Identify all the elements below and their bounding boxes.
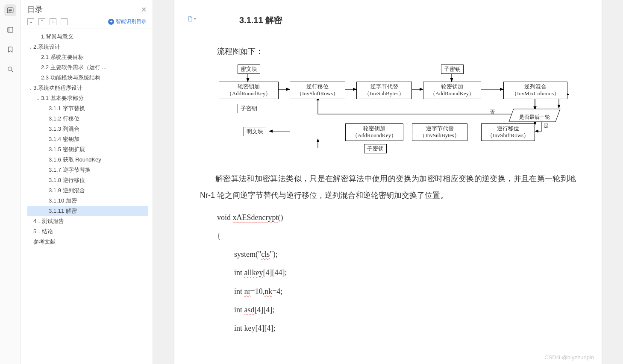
bookmark-icon[interactable] bbox=[4, 44, 16, 56]
chevron-icon: ⌄ bbox=[27, 86, 33, 91]
document-body: 流程图如下： bbox=[200, 43, 576, 338]
fc-subkey-left: 子密钥 bbox=[238, 104, 260, 114]
fc-no-label: 否 bbox=[490, 106, 495, 117]
toc-item[interactable]: 2.2 主要软件需求（运行 ... bbox=[27, 62, 148, 73]
toc-item[interactable]: 3.1.9 逆列混合 bbox=[27, 185, 148, 196]
fc-invsubbytes-1: 逆字节代替 （InvSubBytes） bbox=[356, 82, 412, 100]
smart-toc-icon: ✦ bbox=[108, 19, 114, 25]
toc-item[interactable]: 3.1.6 获取 RoundKey bbox=[27, 155, 148, 165]
collapse-all-button[interactable]: ⌃ bbox=[38, 18, 45, 25]
expand-all-button[interactable]: ⌄ bbox=[27, 18, 34, 25]
code-block: void xAESdencrypt(){system("cls");int al… bbox=[200, 208, 576, 338]
smart-toc-button[interactable]: ✦ 智能识别目录 bbox=[108, 18, 147, 25]
svg-line-7 bbox=[12, 70, 13, 72]
toc-panel: 目录 ✕ ⌄ ⌃ + − ✦ 智能识别目录 1.背景与意义⌄2.系统设计2.1 … bbox=[21, 0, 153, 364]
toc-item-label: 参考文献 bbox=[33, 238, 56, 246]
document-area[interactable]: ▾ 3.1.11 解密 流程图如下： bbox=[153, 0, 623, 364]
code-line: int asd[4][4]; bbox=[234, 301, 576, 319]
toc-item-label: 2.2 主要软件需求（运行 ... bbox=[41, 64, 106, 71]
toc-item[interactable]: ⌄3.系统功能程序设计 bbox=[27, 83, 148, 93]
toc-item-label: 3.1.2 行移位 bbox=[49, 115, 79, 123]
toc-item[interactable]: 3.1.1 字节替换 bbox=[27, 103, 148, 114]
svg-point-6 bbox=[8, 67, 12, 71]
toc-item-label: 3.1.9 逆列混合 bbox=[49, 187, 85, 194]
toc-item-label: 3.1.8 逆行移位 bbox=[49, 176, 85, 184]
fc-addroundkey-3: 轮密钥加 （AddRoundKey） bbox=[345, 123, 403, 141]
toc-item-label: 2.3 功能模块与系统结构 bbox=[41, 74, 100, 82]
toc-item[interactable]: 3.1.7 逆字节替换 bbox=[27, 165, 148, 175]
fc-addroundkey-2: 轮密钥加 （AddRoundKey） bbox=[423, 82, 481, 100]
code-line: int allkey[4][44]; bbox=[234, 264, 576, 282]
svg-rect-4 bbox=[8, 27, 13, 32]
fc-plain-block: 明文块 bbox=[244, 127, 266, 137]
page-mode-icon[interactable]: ▾ bbox=[187, 15, 196, 22]
code-line: void xAESdencrypt() bbox=[217, 208, 576, 227]
fc-invmixcolumns: 逆列混合 （InvMixColumns） bbox=[503, 82, 567, 100]
toc-item[interactable]: ⌄3.1 基本要求部分 bbox=[27, 93, 148, 103]
chevron-icon: ⌄ bbox=[35, 96, 41, 101]
level-down-button[interactable]: − bbox=[61, 18, 68, 25]
toc-item[interactable]: 参考文献 bbox=[27, 237, 148, 247]
toc-item[interactable]: 3.1.10 加密 bbox=[27, 196, 148, 206]
toc-item[interactable]: 3.1.8 逆行移位 bbox=[27, 175, 148, 185]
fc-addroundkey-1: 轮密钥加 （AddRoundKey） bbox=[219, 82, 279, 100]
toc-item[interactable]: 3.1.5 密钥扩展 bbox=[27, 144, 148, 155]
code-line: int key[4][4]; bbox=[234, 319, 576, 338]
fc-invshiftrows-2: 逆行移位 （InvShiftRows） bbox=[481, 123, 535, 141]
toc-item-label: 3.1.1 字节替换 bbox=[49, 105, 85, 112]
code-line: system("cls"); bbox=[234, 245, 576, 264]
toc-item[interactable]: 1.背景与意义 bbox=[27, 32, 148, 42]
toc-header: 目录 ✕ bbox=[21, 0, 153, 16]
toc-item[interactable]: 3.1.4 密钥加 bbox=[27, 134, 148, 144]
chevron-down-icon: ▾ bbox=[194, 17, 196, 21]
toc-toolbar: ⌄ ⌃ + − ✦ 智能识别目录 bbox=[21, 16, 153, 29]
level-up-button[interactable]: + bbox=[50, 18, 56, 25]
toc-tree: 1.背景与意义⌄2.系统设计2.1 系统主要目标2.2 主要软件需求（运行 ..… bbox=[21, 29, 153, 364]
toc-item-label: 3.1.7 逆字节替换 bbox=[49, 166, 91, 174]
fc-cipher-block: 密文块 bbox=[238, 65, 260, 74]
fc-subkey-top: 子密钥 bbox=[441, 65, 464, 74]
toc-item[interactable]: 2.1 系统主要目标 bbox=[27, 52, 148, 62]
toc-title: 目录 bbox=[27, 4, 43, 15]
fc-invshiftrows-1: 逆行移位 （InvShiftRows） bbox=[290, 82, 345, 100]
toc-item[interactable]: 3.1.2 行移位 bbox=[27, 114, 148, 124]
toc-item-label: 2.1 系统主要目标 bbox=[41, 53, 84, 61]
toc-item[interactable]: 2.3 功能模块与系统结构 bbox=[27, 73, 148, 83]
fc-yes-label: 是 bbox=[544, 120, 549, 131]
toc-item-label: 5．结论 bbox=[33, 228, 53, 235]
toc-item[interactable]: 5．结论 bbox=[27, 226, 148, 237]
fc-invsubbytes-2: 逆字节代替 （InvSubBytes） bbox=[412, 123, 467, 141]
toc-item[interactable]: 3.1.3 列混合 bbox=[27, 124, 148, 134]
toc-item-label: 3.1.6 获取 RoundKey bbox=[49, 156, 101, 164]
flowchart: 密文块 子密钥 轮密钥加 （AddRoundKey） 逆行移位 （InvShif… bbox=[219, 64, 569, 162]
toc-item-label: 3.1.4 密钥加 bbox=[49, 135, 79, 143]
code-line: { bbox=[217, 227, 576, 245]
toc-item-label: 3.系统功能程序设计 bbox=[33, 84, 82, 92]
toc-item-label: 3.1.5 密钥扩展 bbox=[49, 146, 85, 153]
toc-item-label: 3.1.3 列混合 bbox=[49, 125, 79, 133]
toc-item-label: 2.系统设计 bbox=[33, 43, 60, 51]
code-line: int nr=10,nk=4; bbox=[234, 282, 576, 301]
toc-item[interactable]: 3.1.11 解密 bbox=[27, 206, 148, 216]
toc-item-label: 4．测试报告 bbox=[33, 217, 64, 225]
tag-icon[interactable] bbox=[4, 24, 16, 36]
toc-item[interactable]: ⌄2.系统设计 bbox=[27, 42, 148, 52]
toc-item-label: 3.1 基本要求部分 bbox=[41, 94, 84, 102]
page: ▾ 3.1.11 解密 流程图如下： bbox=[174, 0, 602, 364]
close-icon[interactable]: ✕ bbox=[141, 6, 147, 14]
section-heading: 3.1.11 解密 bbox=[239, 15, 576, 26]
paragraph-text: 解密算法和加密算法类似，只是在解密算法中使用的变换为加密时相应变换的逆变换，并且… bbox=[200, 170, 576, 204]
fc-decision: 是否最后一轮 bbox=[511, 108, 558, 123]
toc-item-label: 1.背景与意义 bbox=[41, 33, 73, 41]
fc-subkey-bottom: 子密钥 bbox=[364, 144, 387, 154]
chevron-icon: ⌄ bbox=[27, 45, 33, 50]
intro-text: 流程图如下： bbox=[217, 43, 576, 60]
toc-item-label: 3.1.10 加密 bbox=[49, 197, 77, 205]
toc-icon[interactable] bbox=[4, 4, 16, 16]
toc-item-label: 3.1.11 解密 bbox=[49, 207, 77, 215]
icon-rail bbox=[0, 0, 21, 364]
toc-item[interactable]: 4．测试报告 bbox=[27, 216, 148, 226]
watermark: CSDN @biyezuopin bbox=[544, 354, 594, 361]
search-icon[interactable] bbox=[4, 63, 16, 75]
smart-toc-label: 智能识别目录 bbox=[116, 18, 147, 25]
